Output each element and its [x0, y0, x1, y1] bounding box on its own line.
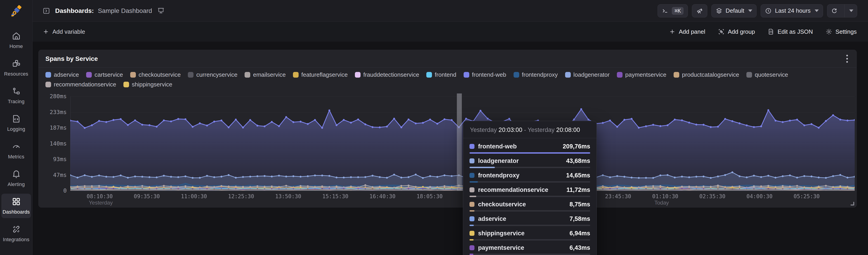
- sidebar-item-home[interactable]: Home: [1, 28, 31, 53]
- app-logo[interactable]: [5, 0, 27, 22]
- x-axis-day-label: Today: [654, 200, 669, 206]
- x-axis-tick: 16:40:30: [369, 194, 396, 199]
- layers-icon: [716, 7, 722, 14]
- legend-item-emailservice[interactable]: emailservice: [245, 71, 286, 78]
- time-range-label: Last 24 hours: [775, 7, 811, 14]
- tracing-icon: [11, 86, 21, 97]
- legend-item-recommendationservice[interactable]: recommendationservice: [45, 81, 116, 88]
- tooltip-value-bar-fill: [469, 152, 590, 153]
- sidebar-item-resources[interactable]: Resources: [1, 56, 31, 80]
- x-axis-day-label: Yesterday: [89, 200, 113, 206]
- tooltip-swatch: [469, 159, 474, 163]
- legend-swatch: [86, 72, 92, 78]
- tooltip-row-frontend-web: frontend-web 209,76ms: [469, 141, 590, 153]
- legend-item-paymentservice[interactable]: paymentservice: [617, 71, 666, 78]
- legend-item-frauddetectionservice[interactable]: frauddetectionservice: [355, 71, 419, 78]
- collapse-sidepanel-icon[interactable]: [42, 7, 50, 15]
- x-axis-tick: 02:35:30: [700, 194, 725, 199]
- sidebar-item-tracing[interactable]: Tracing: [1, 83, 31, 108]
- tooltip-row-frontendproxy: frontendproxy 14,65ms: [469, 170, 590, 182]
- dashboard-variant-select[interactable]: Default: [711, 4, 756, 18]
- add-group-label: Add group: [728, 28, 755, 35]
- sidebar-item-logging[interactable]: Logging: [1, 111, 31, 135]
- legend-swatch: [617, 72, 622, 78]
- sidebar-item-dashboards[interactable]: Dashboards: [1, 194, 31, 218]
- spans-chart-canvas[interactable]: [70, 93, 855, 194]
- legend-item-featureflagservice[interactable]: featureflagservice: [293, 71, 348, 78]
- tooltip-value-bar-fill: [469, 239, 473, 240]
- tooltip-value-bar-fill: [469, 167, 495, 168]
- plus-icon: [669, 28, 676, 35]
- resources-icon: [11, 59, 21, 69]
- legend-item-quoteservice[interactable]: quoteservice: [746, 71, 788, 78]
- legend-swatch: [45, 72, 51, 78]
- tooltip-series-value: 8,75ms: [569, 201, 590, 208]
- add-panel-button[interactable]: Add panel: [669, 28, 705, 35]
- edit-as-json-button[interactable]: Edit as JSON: [768, 28, 813, 35]
- legend-item-checkoutservice[interactable]: checkoutservice: [130, 71, 181, 78]
- json-file-icon: [768, 28, 774, 35]
- legend-swatch: [514, 72, 519, 78]
- content-column: Dashboards: Sample Dashboard ⌘K: [33, 0, 868, 255]
- legend-swatch: [45, 82, 51, 87]
- telescope-icon: [696, 7, 703, 14]
- shortcut-badge: ⌘K: [672, 7, 684, 15]
- x-axis-tick: 23:45:30: [605, 194, 631, 199]
- tooltip-value-bar: [469, 239, 590, 240]
- variant-label: Default: [725, 7, 744, 14]
- legend-item-productcatalogservice[interactable]: productcatalogservice: [674, 71, 739, 78]
- add-group-button[interactable]: Add group: [718, 28, 755, 35]
- sidebar-item-alerting[interactable]: Alerting: [1, 166, 31, 191]
- presentation-mode-icon[interactable]: [157, 7, 165, 15]
- legend-item-shippingservice[interactable]: shippingservice: [123, 81, 172, 88]
- tooltip-series-value: 43,68ms: [566, 158, 590, 165]
- command-palette-button[interactable]: ⌘K: [657, 4, 688, 18]
- tooltip-swatch: [469, 216, 474, 221]
- add-variable-button[interactable]: Add variable: [42, 28, 85, 35]
- legend-item-cartservice[interactable]: cartservice: [86, 71, 123, 78]
- y-axis-tick: 233ms: [39, 109, 67, 115]
- legend-item-currencyservice[interactable]: currencyservice: [188, 71, 237, 78]
- legend-label: frauddetectionservice: [363, 71, 419, 78]
- legend-label: productcatalogservice: [682, 71, 739, 78]
- tooltip-series-value: 209,76ms: [563, 143, 590, 150]
- tooltip-series-value: 6,94ms: [569, 230, 590, 237]
- tooltip-series-value: 7,58ms: [569, 216, 590, 222]
- panel-resize-handle[interactable]: [850, 202, 854, 205]
- tooltip-series-value: 11,72ms: [566, 187, 590, 194]
- chevron-down-icon: [849, 9, 853, 12]
- tooltip-value-bar-fill: [469, 225, 474, 226]
- tooltip-row-shippingservice: shippingservice 6,94ms: [469, 228, 590, 240]
- tooltip-value-bar: [469, 254, 590, 255]
- tooltip-row-recommendationservice: recommendationservice 11,72ms: [469, 185, 590, 197]
- legend-label: recommendationservice: [54, 81, 116, 88]
- legend-item-frontendproxy[interactable]: frontendproxy: [514, 71, 558, 78]
- explore-telescope-button[interactable]: [692, 4, 707, 18]
- y-axis-tick: 47ms: [39, 172, 67, 178]
- legend-item-frontend-web[interactable]: frontend-web: [464, 71, 506, 78]
- sidebar-item-metrics[interactable]: Metrics: [1, 139, 31, 163]
- tooltip-value-bar: [469, 181, 590, 182]
- refresh-options-button[interactable]: [844, 4, 857, 17]
- tooltip-series-name: recommendationservice: [478, 187, 563, 194]
- settings-button[interactable]: Settings: [826, 28, 857, 35]
- tooltip-series-name: shippingservice: [478, 230, 566, 237]
- tooltip-swatch: [469, 202, 474, 207]
- x-axis-tick: 09:35:30: [134, 194, 160, 199]
- legend-item-loadgenerator[interactable]: loadgenerator: [565, 71, 610, 78]
- legend-swatch: [464, 72, 469, 78]
- add-panel-label: Add panel: [679, 28, 705, 35]
- settings-label: Settings: [835, 28, 857, 35]
- sidebar-item-integrations[interactable]: Integrations: [1, 221, 31, 246]
- chart-area: 280ms233ms187ms140ms93ms47ms008:10:3009:…: [39, 91, 857, 206]
- tooltip-swatch: [469, 245, 474, 250]
- refresh-button[interactable]: [827, 4, 841, 17]
- time-range-select[interactable]: Last 24 hours: [761, 4, 823, 18]
- tooltip-separator: -: [524, 126, 526, 133]
- panel-menu-button[interactable]: [844, 53, 850, 64]
- legend-swatch: [355, 72, 361, 78]
- legend-swatch: [188, 72, 193, 78]
- legend-label: frontend-web: [472, 71, 506, 78]
- legend-item-adservice[interactable]: adservice: [45, 71, 79, 78]
- legend-item-frontend[interactable]: frontend: [426, 71, 456, 78]
